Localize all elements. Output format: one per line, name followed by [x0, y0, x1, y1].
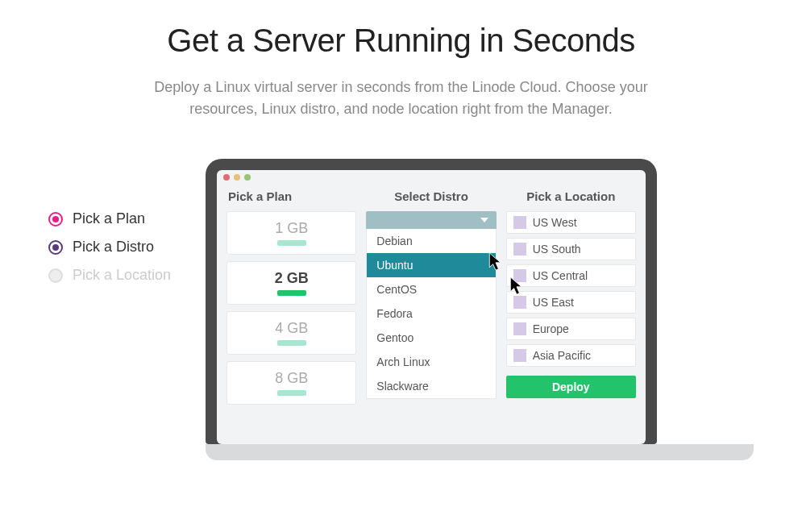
plan-size-label: 1 GB [275, 220, 308, 237]
location-option[interactable]: US Central [506, 264, 636, 287]
location-option[interactable]: Europe [506, 318, 636, 340]
app-window: Pick a Plan 1 GB2 GB4 GB8 GB Select Dist… [217, 170, 646, 444]
distro-dropdown-toggle[interactable] [366, 211, 496, 229]
location-column: Pick a Location US WestUS SouthUS Centra… [506, 189, 636, 436]
step-pick-distro[interactable]: Pick a Distro [48, 239, 173, 256]
plan-bar-icon [277, 290, 306, 296]
plan-option[interactable]: 1 GB [226, 211, 356, 255]
deploy-button[interactable]: Deploy [506, 376, 636, 398]
location-swatch-icon [513, 216, 526, 229]
location-label: US West [533, 216, 577, 229]
location-option[interactable]: US East [506, 291, 636, 314]
plan-option[interactable]: 4 GB [226, 311, 356, 355]
location-label: US Central [533, 269, 588, 282]
page-subtitle: Deploy a Linux virtual server in seconds… [143, 77, 659, 120]
step-pick-plan[interactable]: Pick a Plan [48, 210, 173, 227]
plan-size-label: 4 GB [275, 320, 308, 337]
plan-bar-icon [277, 340, 306, 346]
location-swatch-icon [513, 296, 526, 309]
distro-option[interactable]: CentOS [367, 277, 495, 301]
plan-column: Pick a Plan 1 GB2 GB4 GB8 GB [226, 189, 356, 436]
laptop-frame: Pick a Plan 1 GB2 GB4 GB8 GB Select Dist… [206, 159, 657, 444]
column-title: Select Distro [366, 189, 496, 203]
location-label: US East [533, 296, 574, 309]
location-option[interactable]: Asia Pacific [506, 344, 636, 367]
laptop-base [206, 444, 754, 460]
distro-column: Select Distro DebianUbuntuCentOSFedoraGe… [366, 189, 496, 436]
plan-option[interactable]: 8 GB [226, 361, 356, 405]
radio-filled-icon [48, 240, 63, 255]
location-option[interactable]: US West [506, 211, 636, 234]
distro-option[interactable]: Gentoo [367, 326, 495, 350]
distro-option[interactable]: Debian [367, 229, 495, 253]
plan-bar-icon [277, 240, 306, 246]
location-swatch-icon [513, 322, 526, 335]
location-swatch-icon [513, 243, 526, 256]
location-swatch-icon [513, 349, 526, 362]
distro-option[interactable]: Arch Linux [367, 350, 495, 374]
step-label: Pick a Distro [73, 239, 154, 256]
steps-list: Pick a Plan Pick a Distro Pick a Locatio… [48, 210, 173, 295]
distro-option[interactable]: Slackware [367, 374, 495, 398]
radio-empty-icon [48, 268, 63, 283]
column-title: Pick a Location [506, 189, 636, 203]
plan-size-label: 8 GB [275, 370, 308, 387]
window-minimize-icon [234, 174, 240, 181]
column-title: Pick a Plan [226, 189, 356, 203]
distro-dropdown-list: DebianUbuntuCentOSFedoraGentooArch Linux… [366, 229, 496, 399]
location-label: Asia Pacific [533, 349, 591, 362]
plan-size-label: 2 GB [275, 270, 309, 287]
location-swatch-icon [513, 269, 526, 282]
step-label: Pick a Location [73, 267, 171, 284]
window-titlebar [217, 170, 646, 185]
step-label: Pick a Plan [73, 210, 145, 227]
step-pick-location[interactable]: Pick a Location [48, 267, 173, 284]
plan-option[interactable]: 2 GB [226, 261, 356, 305]
location-option[interactable]: US South [506, 238, 636, 260]
distro-option[interactable]: Fedora [367, 301, 495, 326]
plan-bar-icon [277, 390, 306, 396]
distro-option[interactable]: Ubuntu [367, 253, 495, 277]
window-zoom-icon [244, 174, 251, 181]
location-label: US South [533, 243, 581, 256]
window-close-icon [223, 174, 230, 181]
page-title: Get a Server Running in Seconds [0, 23, 802, 59]
location-label: Europe [533, 322, 569, 335]
radio-filled-icon [48, 212, 63, 227]
